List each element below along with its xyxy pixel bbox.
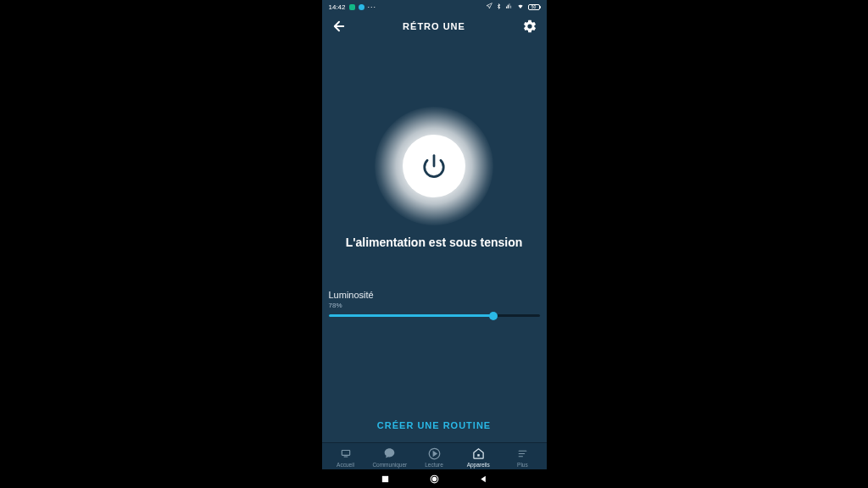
svg-point-10 xyxy=(432,477,436,480)
app-header: RÉTRO UNE xyxy=(322,14,547,39)
nav-play[interactable]: Lecture xyxy=(412,446,456,468)
brightness-percent: 78% xyxy=(329,302,540,309)
status-bar: 14:42 ··· 50 xyxy=(322,0,547,14)
power-toggle-button[interactable] xyxy=(403,135,465,197)
brightness-label: Luminosité xyxy=(329,290,540,300)
svg-rect-1 xyxy=(342,451,349,456)
chat-icon xyxy=(382,446,398,460)
system-nav xyxy=(322,469,547,488)
signal-icon xyxy=(505,3,513,11)
location-icon xyxy=(486,3,492,11)
brightness-slider-thumb[interactable] xyxy=(489,312,498,320)
menu-icon xyxy=(515,446,530,460)
devices-icon xyxy=(470,446,486,460)
svg-rect-4 xyxy=(477,454,480,457)
brightness-control: Luminosité 78% xyxy=(322,290,547,317)
power-status-text: L'alimentation est sous tension xyxy=(346,236,523,249)
nav-more[interactable]: Plus xyxy=(500,446,544,468)
sys-back-button[interactable] xyxy=(477,473,489,485)
nav-home[interactable]: Accueil xyxy=(324,446,368,468)
nav-communicate[interactable]: Communiquer xyxy=(368,446,412,468)
bluetooth-icon xyxy=(496,3,502,12)
status-left: 14:42 ··· xyxy=(329,3,377,11)
home-icon xyxy=(338,446,353,460)
brightness-slider[interactable] xyxy=(329,314,540,317)
status-app-icon xyxy=(359,4,364,10)
status-time: 14:42 xyxy=(329,3,346,11)
create-routine-link[interactable]: CRÉER UNE ROUTINE xyxy=(377,408,491,442)
power-icon xyxy=(421,153,447,179)
brightness-slider-fill xyxy=(329,314,493,317)
settings-button[interactable] xyxy=(521,18,538,35)
bottom-nav: Accueil Communiquer Lecture Appareils Pl… xyxy=(322,442,547,469)
play-icon xyxy=(426,446,442,460)
back-button[interactable] xyxy=(331,18,348,35)
wifi-icon xyxy=(516,3,525,11)
sys-recent-button[interactable] xyxy=(379,473,391,485)
battery-icon: 50 xyxy=(528,4,540,10)
phone-screen: 14:42 ··· 50 RÉTRO UNE xyxy=(322,0,547,488)
svg-rect-8 xyxy=(381,475,387,481)
main-content: L'alimentation est sous tension Luminosi… xyxy=(322,39,547,442)
status-right: 50 xyxy=(486,3,540,12)
sys-home-button[interactable] xyxy=(428,473,440,485)
status-more-icon: ··· xyxy=(368,3,377,11)
status-notif-icon xyxy=(349,4,355,10)
nav-devices[interactable]: Appareils xyxy=(456,446,500,468)
power-button-glow xyxy=(375,107,493,225)
page-title: RÉTRO UNE xyxy=(403,21,465,31)
